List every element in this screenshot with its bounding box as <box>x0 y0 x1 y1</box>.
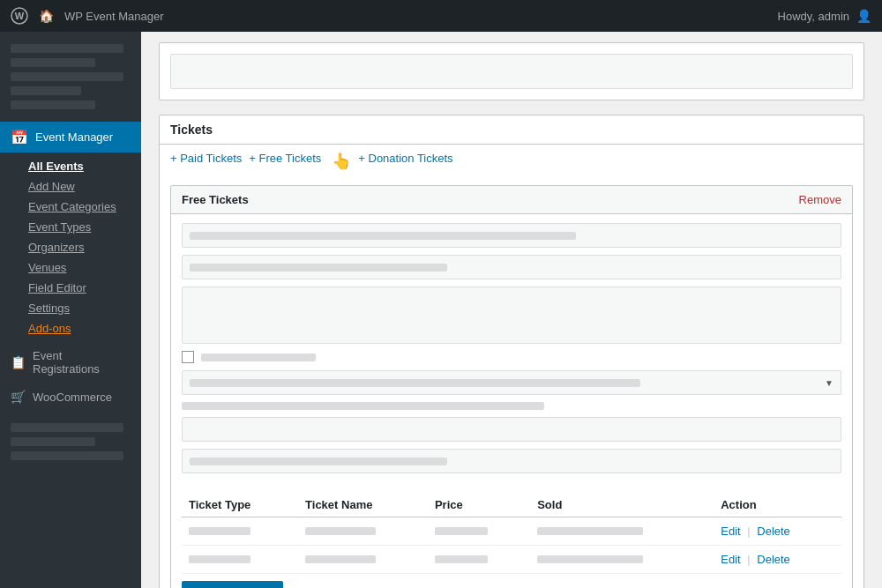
row2-sold <box>530 546 714 574</box>
sidebar-item-field-editor[interactable]: Field Editor <box>21 278 141 298</box>
placeholder-type-1 <box>189 527 250 535</box>
admin-bar-right: Howdy, admin 👤 <box>778 9 871 23</box>
event-manager-label: Event Manager <box>35 130 113 144</box>
chevron-down-icon: ▼ <box>825 378 833 388</box>
save-all-tickets-button[interactable]: Save all tickets <box>182 581 283 588</box>
ticket-input-1[interactable] <box>182 223 841 248</box>
event-reg-icon: 📋 <box>11 355 26 369</box>
placeholder-type-2 <box>189 555 250 563</box>
sidebar-placeholder-5 <box>11 100 95 109</box>
sidebar-placeholder-4 <box>11 86 81 95</box>
edit-link-1[interactable]: Edit <box>721 525 740 538</box>
wp-logo-icon: W <box>11 7 28 25</box>
row2-type <box>182 546 298 574</box>
action-sep-2: | <box>747 553 753 566</box>
sidebar-item-settings[interactable]: Settings <box>21 298 141 318</box>
delete-link-1[interactable]: Delete <box>757 525 790 538</box>
sidebar-item-organizers[interactable]: Organizers <box>21 237 141 257</box>
tickets-meta-box: Tickets + Paid Tickets + Free Tickets 👆 … <box>159 115 864 588</box>
placeholder-name-2 <box>305 555 376 563</box>
ticket-table: Ticket Type Ticket Name Price Sold Actio… <box>182 493 841 574</box>
ticket-field-4 <box>182 449 841 473</box>
stub-bar <box>170 54 853 89</box>
sidebar-item-event-manager[interactable]: 📅 Event Manager <box>0 122 141 153</box>
placeholder-bar-4 <box>190 458 447 465</box>
row2-action: Edit | Delete <box>714 546 841 574</box>
sidebar-placeholder-b3 <box>11 451 123 460</box>
row2-name <box>298 546 428 574</box>
sidebar: 📅 Event Manager All Events Add New Event… <box>0 32 141 588</box>
select-placeholder-bar <box>190 379 640 387</box>
sidebar-placeholder-b2 <box>11 437 95 446</box>
sidebar-item-event-registrations[interactable]: 📋 Event Registrations <box>0 342 141 383</box>
top-stub-area <box>159 42 864 100</box>
ticket-input-4[interactable] <box>182 449 841 473</box>
cursor-indicator: 👆 <box>332 152 351 171</box>
row1-name <box>298 517 428 546</box>
placeholder-price-2 <box>435 555 488 563</box>
col-price: Price <box>428 493 530 517</box>
tickets-section-title: Tickets <box>160 115 863 145</box>
delete-link-2[interactable]: Delete <box>757 553 790 566</box>
ticket-select[interactable]: ▼ <box>182 370 841 395</box>
ticket-small-field-1 <box>182 402 544 410</box>
ticket-table-container: Ticket Type Ticket Name Price Sold Actio… <box>171 493 852 574</box>
add-free-tickets-link[interactable]: + Free Tickets <box>249 152 321 171</box>
ticket-textarea[interactable] <box>182 287 841 344</box>
placeholder-sold-2 <box>537 555 643 563</box>
add-paid-tickets-link[interactable]: + Paid Tickets <box>170 152 242 171</box>
free-tickets-title: Free Tickets <box>182 193 249 206</box>
sidebar-item-addons[interactable]: Add-ons <box>21 318 141 339</box>
ticket-field-2 <box>182 255 841 279</box>
sidebar-item-woocommerce[interactable]: 🛒 WooCommerce <box>0 383 141 411</box>
ticket-add-links: + Paid Tickets + Free Tickets 👆 + Donati… <box>160 145 863 178</box>
row1-type <box>182 517 298 546</box>
col-sold: Sold <box>530 493 714 517</box>
table-row: Edit | Delete <box>182 517 841 546</box>
sidebar-item-event-categories[interactable]: Event Categories <box>21 197 141 217</box>
row1-price <box>428 517 530 546</box>
row2-price <box>428 546 530 574</box>
user-icon[interactable]: 👤 <box>856 9 871 23</box>
ticket-checkbox[interactable] <box>182 351 194 363</box>
placeholder-name-1 <box>305 527 376 535</box>
sidebar-placeholder-1 <box>11 44 123 53</box>
ticket-field-3 <box>182 417 841 442</box>
free-tickets-body: ▼ <box>171 214 852 489</box>
col-ticket-name: Ticket Name <box>298 493 428 517</box>
col-action: Action <box>714 493 841 517</box>
ticket-checkbox-label <box>201 354 316 361</box>
main-content: Tickets + Paid Tickets + Free Tickets 👆 … <box>141 32 882 588</box>
ticket-input-3[interactable] <box>182 417 841 442</box>
ticket-table-header-row: Ticket Type Ticket Name Price Sold Actio… <box>182 493 841 517</box>
site-name: WP Event Manager <box>64 10 163 23</box>
edit-link-2[interactable]: Edit <box>721 553 740 566</box>
placeholder-price-1 <box>435 527 488 535</box>
sidebar-item-all-events[interactable]: All Events <box>21 156 141 176</box>
free-tickets-header: Free Tickets Remove <box>171 186 852 214</box>
action-sep-1: | <box>747 525 753 538</box>
row1-sold <box>530 517 714 546</box>
col-ticket-type: Ticket Type <box>182 493 298 517</box>
woo-label: WooCommerce <box>33 391 112 404</box>
ticket-input-2[interactable] <box>182 255 841 279</box>
sidebar-placeholder-3 <box>11 72 123 81</box>
sidebar-item-event-types[interactable]: Event Types <box>21 217 141 237</box>
sidebar-top-placeholders <box>0 32 141 122</box>
sidebar-item-venues[interactable]: Venues <box>21 257 141 278</box>
row1-action: Edit | Delete <box>714 517 841 546</box>
remove-ticket-link[interactable]: Remove <box>799 193 841 206</box>
greeting-text: Howdy, admin <box>778 10 849 23</box>
sidebar-item-add-new[interactable]: Add New <box>21 176 141 197</box>
placeholder-bar-1 <box>190 232 576 240</box>
admin-bar: W 🏠 WP Event Manager Howdy, admin 👤 <box>0 0 882 32</box>
admin-bar-left: W 🏠 WP Event Manager <box>11 7 163 25</box>
free-tickets-panel: Free Tickets Remove <box>170 185 853 588</box>
event-manager-icon: 📅 <box>11 129 28 145</box>
table-row: Edit | Delete <box>182 546 841 574</box>
home-icon[interactable]: 🏠 <box>39 9 54 23</box>
placeholder-sold-1 <box>537 527 643 535</box>
ticket-checkbox-row <box>182 351 841 363</box>
add-donation-tickets-link[interactable]: + Donation Tickets <box>358 152 452 171</box>
event-reg-label: Event Registrations <box>33 349 131 376</box>
